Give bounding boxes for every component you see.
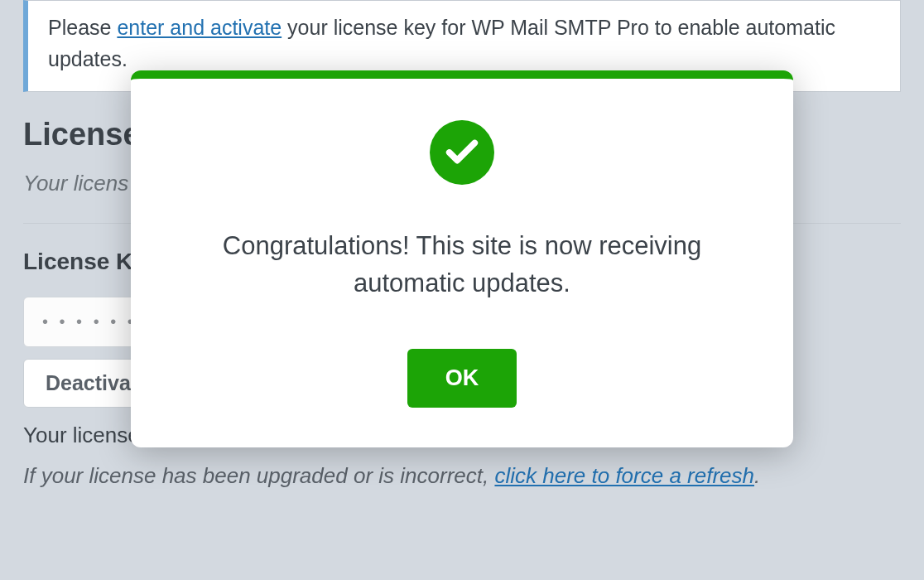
ok-button[interactable]: OK xyxy=(407,349,517,408)
check-circle-icon xyxy=(430,120,494,185)
success-modal: Congratulations! This site is now receiv… xyxy=(131,70,793,447)
modal-overlay: Congratulations! This site is now receiv… xyxy=(0,0,924,580)
modal-message: Congratulations! This site is now receiv… xyxy=(164,228,760,302)
